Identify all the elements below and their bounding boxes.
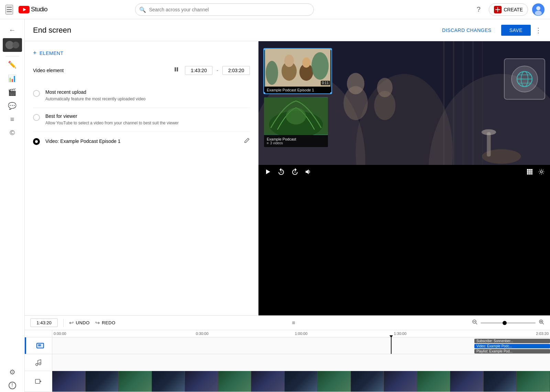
time-start-input[interactable] [185,66,212,75]
most-recent-radio[interactable] [33,90,40,97]
logo[interactable]: Studio [19,6,47,13]
undo-label: UNDO [76,320,90,325]
create-icon [494,6,502,13]
pause-button[interactable] [172,65,181,76]
track-video-icon [25,371,52,392]
podcast-card-title: Example Podcast Episode 1 [264,87,331,93]
playlist-block[interactable]: Playlist: Example Pod... [474,349,550,354]
help-button[interactable]: ? [472,3,485,16]
most-recent-upload-option[interactable]: Most recent upload Automatically feature… [33,84,250,108]
sidebar-item-copyright[interactable]: © [0,126,24,139]
best-for-viewer-radio[interactable] [33,114,40,121]
svg-point-57 [540,171,542,173]
video-element-row: Video element - [33,65,250,76]
search-container: 🔍 [135,3,314,16]
time-dash: - [217,68,218,73]
sidebar-item-feedback[interactable]: ! [7,379,18,392]
zoom-slider[interactable] [481,322,536,324]
zoom-thumb[interactable] [503,321,507,325]
add-element-plus-icon: + [33,49,37,57]
svg-rect-49 [529,169,531,171]
ruler-time-4: 2:03:20 [450,332,550,336]
music-track-content [52,354,550,371]
svg-rect-11 [177,67,178,71]
save-button[interactable]: SAVE [501,25,531,36]
ruler-time-1: 0:30:00 [153,332,252,336]
play-button[interactable] [264,168,272,176]
page-title: End screen [33,26,71,35]
sidebar-item-comments[interactable]: 💬 [0,99,24,113]
timeline-current-time[interactable]: 1:43:20 [30,318,58,327]
left-panel: + ELEMENT Video element - [25,41,258,315]
track-active-indicator [25,337,26,354]
film-frame [450,371,484,392]
svg-rect-25 [463,41,464,165]
playlist-count-text: 3 videos [270,141,283,145]
redo-button[interactable]: ↪ REDO [95,320,116,326]
svg-rect-53 [531,171,532,173]
sidebar-thumbnail[interactable] [3,38,22,52]
volume-button[interactable] [305,168,311,175]
sidebar: ← ✏️ 📊 🎬 💬 ≡ © ⚙ [0,19,25,392]
selected-video-row[interactable]: Video: Example Podcast Episode 1 [33,132,250,151]
sidebar-item-edit[interactable]: ✏️ [0,58,24,71]
create-button[interactable]: CREATE [489,3,528,16]
svg-line-62 [542,323,544,324]
undo-button[interactable]: ↩ UNDO [69,320,90,326]
search-icon: 🔍 [139,6,146,13]
menu-icon[interactable]: ☰ [6,5,13,14]
time-end-input[interactable] [222,66,250,75]
sidebar-item-analytics[interactable]: 📊 [0,71,24,85]
subscribe-block-label: Subscribe: Sonnenber... [476,339,513,343]
film-frame [285,371,318,392]
svg-marker-44 [266,169,270,174]
best-for-viewer-option[interactable]: Best for viewer Allow YouTube to select … [33,108,250,132]
undo-icon: ↩ [69,320,74,326]
resize-handle-tr[interactable] [330,48,332,50]
endscreen-icon: 🎬 [8,88,16,96]
best-for-viewer-desc: Allow YouTube to select a video from you… [45,120,179,126]
timeline-area: 1:43:20 ↩ UNDO ↪ REDO ≡ [25,315,550,392]
user-avatar[interactable] [532,3,544,16]
menu-lines-icon: ≡ [267,141,269,145]
zoom-out-button[interactable] [472,319,478,327]
resize-handle-bl[interactable] [263,92,265,94]
feedback-icon: ! [9,382,16,389]
video-block[interactable]: Video: Example Podc... [474,344,550,348]
playlist-thumbnail [264,97,328,135]
add-element-button[interactable]: + ELEMENT [33,49,64,57]
subscribe-card[interactable] [504,58,545,100]
subscribe-block[interactable]: Subscribe: Sonnenber... [474,339,550,343]
search-input[interactable] [135,3,314,16]
ruler-time-2: 1:00:00 [252,332,351,336]
film-frame [484,371,517,392]
edit-video-button[interactable] [244,137,250,145]
rewind-10-button[interactable]: 10 [277,168,285,176]
sidebar-back-button[interactable]: ← [5,22,20,38]
analytics-icon: 📊 [8,74,16,82]
svg-rect-51 [527,171,529,173]
more-options-button[interactable]: ⋮ [535,26,542,34]
zoom-in-button[interactable] [538,319,544,327]
svg-rect-10 [175,67,176,71]
discard-changes-button[interactable]: DISCARD CHANGES [437,25,497,36]
svg-rect-50 [531,169,532,171]
grid-button[interactable] [527,169,533,175]
most-recent-desc: Automatically feature the most recently … [45,96,146,102]
settings-video-button[interactable] [538,169,544,175]
forward-10-button[interactable]: 10 [291,168,299,176]
redo-icon: ↪ [95,320,100,326]
ruler-spacer [25,330,52,337]
podcast-episode-card[interactable]: 0:11 Example Podcast Episode 1 [263,48,332,94]
playlist-card[interactable]: Example Podcast ≡ 3 videos [263,97,329,148]
film-frame [351,371,384,392]
sidebar-item-captions[interactable]: ≡ [0,113,24,126]
selected-video-radio[interactable] [33,138,40,145]
main-content: End screen DISCARD CHANGES SAVE ⋮ + ELEM… [25,19,550,392]
sidebar-item-endscreen[interactable]: 🎬 [0,85,24,99]
create-label: CREATE [504,7,523,12]
svg-point-22 [377,78,393,98]
video-preview: 0:11 Example Podcast Episode 1 [258,41,550,179]
playhead[interactable] [391,337,392,354]
sidebar-item-settings[interactable]: ⚙ [7,365,18,379]
